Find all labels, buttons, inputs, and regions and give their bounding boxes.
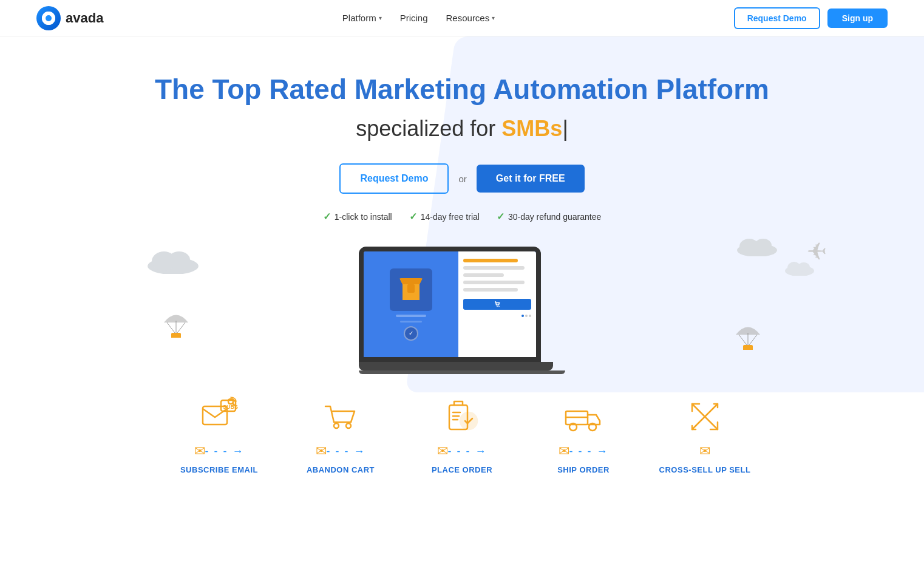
add-to-cart-button [463, 299, 531, 310]
nav-pricing[interactable]: Pricing [400, 13, 428, 23]
workflow-step-abandon: ✉ - - - → Abandon Cart [280, 392, 401, 476]
product-card [390, 268, 432, 311]
laptop-screen-area: ✓ [359, 247, 541, 362]
cloud-left [146, 247, 200, 276]
workflow-section: SUBS ✉ - - - → Subscribe Email ✉ - - - → [0, 392, 924, 500]
svg-point-22 [498, 306, 500, 307]
airplane-icon: ✈ [806, 237, 827, 265]
logo-text: avada [66, 10, 103, 26]
check-icon-1: ✓ [323, 211, 331, 222]
svg-point-2 [47, 16, 50, 19]
chevron-down-icon: ▾ [379, 15, 382, 21]
parachute-right [730, 319, 766, 350]
hero-subtitle: specialized for SMBs| [12, 116, 912, 142]
svg-point-5 [168, 251, 190, 268]
svg-point-8 [755, 239, 772, 252]
hero-demo-button[interactable]: Request Demo [339, 163, 449, 194]
laptop: ✓ [359, 247, 565, 374]
check-icon-3: ✓ [497, 211, 504, 222]
nav-platform[interactable]: Platform ▾ [342, 13, 382, 23]
screen-product: ✓ [364, 251, 458, 357]
laptop-base [359, 362, 553, 370]
logo-icon-inner [42, 12, 55, 25]
badge-trial: ✓ 14-day free trial [409, 211, 480, 222]
svg-rect-15 [171, 333, 181, 338]
step-label-crosssell: Cross-Sell Up Sell [659, 465, 751, 476]
svg-rect-19 [743, 345, 753, 350]
hero-section: The Top Rated Marketing Automation Platf… [0, 36, 924, 392]
email-icon-5: ✉ [699, 443, 710, 459]
logo[interactable]: avada [36, 6, 103, 30]
illustration-area: ✈ [12, 228, 912, 374]
screen-details [458, 251, 536, 357]
svg-point-1 [46, 15, 52, 21]
workflow-step-ship: ✉ - - - → Ship Order [523, 392, 644, 476]
svg-line-12 [167, 323, 175, 333]
svg-point-26 [334, 423, 339, 428]
hero-content: The Top Rated Marketing Automation Platf… [12, 73, 912, 222]
badge-refund: ✓ 30-day refund guarantee [497, 211, 601, 222]
nav-signup-button[interactable]: Sign up [827, 9, 888, 28]
svg-text:SUBS: SUBS [223, 404, 238, 410]
logo-icon [36, 6, 61, 30]
badge-install: ✓ 1-click to install [323, 211, 392, 222]
workflow-step-crosssell: ✉ Cross-Sell Up Sell [644, 392, 766, 476]
svg-line-18 [749, 335, 757, 345]
arrow-dots-2: - - - → [327, 445, 366, 458]
nav-request-demo-button[interactable]: Request Demo [734, 7, 820, 29]
step-label-ship: Ship Order [557, 465, 610, 476]
navigation: avada Platform ▾ Pricing Resources ▾ Req… [0, 0, 924, 36]
hero-title: The Top Rated Marketing Automation Platf… [12, 73, 912, 106]
step-label-abandon: Abandon Cart [307, 465, 375, 476]
email-icon-1: ✉ [194, 443, 205, 459]
check-icon-2: ✓ [409, 211, 417, 222]
hero-actions: Request Demo or Get it for FREE [12, 163, 912, 194]
svg-line-14 [177, 323, 185, 333]
hero-badges: ✓ 1-click to install ✓ 14-day free trial… [12, 211, 912, 222]
logo-svg [42, 12, 55, 25]
email-icon-3: ✉ [437, 443, 448, 459]
svg-line-16 [739, 335, 747, 345]
arrow-dots-3: - - - → [448, 445, 487, 458]
nav-actions: Request Demo Sign up [734, 7, 888, 29]
step-label-place: Place Order [432, 465, 492, 476]
place-order-icon [441, 395, 483, 438]
arrow-dots-4: - - - → [569, 445, 609, 458]
nav-links: Platform ▾ Pricing Resources ▾ [342, 13, 495, 23]
step-label-subscribe: Subscribe Email [180, 465, 258, 476]
parachute-left [158, 307, 194, 338]
svg-point-29 [460, 412, 477, 429]
nav-resources[interactable]: Resources ▾ [446, 13, 495, 23]
workflow-step-subscribe: SUBS ✉ - - - → Subscribe Email [158, 392, 280, 476]
svg-point-27 [346, 423, 351, 428]
email-icon-2: ✉ [316, 443, 327, 459]
email-icon-4: ✉ [559, 443, 569, 459]
arrow-dots-1: - - - → [205, 445, 245, 458]
abandon-cart-icon [319, 395, 362, 438]
hero-free-button[interactable]: Get it for FREE [477, 165, 585, 193]
ship-order-icon [562, 395, 605, 438]
chevron-down-icon-2: ▾ [492, 15, 495, 21]
hero-or-text: or [458, 174, 466, 184]
subscribe-icon: SUBS [198, 395, 240, 438]
workflow-step-place: ✉ - - - → Place Order [401, 392, 523, 476]
cloud-right [736, 234, 778, 259]
laptop-foot [359, 370, 565, 374]
svg-point-0 [42, 12, 55, 25]
svg-rect-20 [407, 284, 415, 293]
crosssell-icon [684, 395, 726, 438]
laptop-screen: ✓ [364, 251, 536, 357]
svg-point-21 [497, 306, 498, 307]
